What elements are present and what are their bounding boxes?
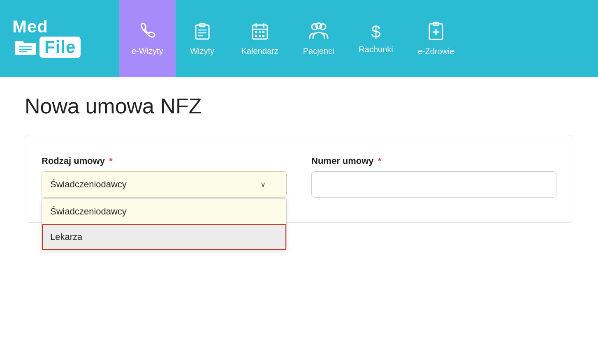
form-row: Rodzaj umowy * Świadczeniodawcy ∨ Świadc… — [42, 156, 556, 198]
nav-bar: e-Wizyty Wizyty — [119, 0, 598, 77]
nav-item-ewizyty[interactable]: e-Wizyty — [119, 0, 176, 77]
nav-item-ezdrowie[interactable]: e-Zdrowie — [406, 0, 467, 77]
numer-required-marker: * — [378, 156, 382, 166]
svg-rect-16 — [262, 31, 264, 33]
dropdown-option-swiadczeniodawcy[interactable]: Świadczeniodawcy — [42, 199, 286, 224]
form-card: Rodzaj umowy * Świadczeniodawcy ∨ Świadc… — [25, 135, 573, 223]
nav-item-wizyty[interactable]: Wizyty — [176, 0, 229, 77]
svg-rect-18 — [259, 35, 261, 37]
logo-file: File — [39, 37, 81, 58]
clipboard-icon — [194, 22, 211, 42]
header: Med File e — [0, 0, 598, 77]
rodzaj-umowy-label: Rodzaj umowy * — [42, 156, 287, 166]
numer-umowy-input[interactable] — [311, 171, 556, 198]
nav-label-ezdrowie: e-Zdrowie — [418, 47, 454, 56]
svg-rect-15 — [259, 31, 261, 33]
rodzaj-select[interactable]: Świadczeniodawcy ∨ — [42, 171, 287, 198]
rodzaj-select-wrapper: Świadczeniodawcy ∨ Świadczeniodawcy Leka… — [42, 171, 287, 198]
nav-item-kalendarz[interactable]: Kalendarz — [229, 0, 291, 77]
svg-rect-19 — [262, 35, 264, 37]
dropdown-option-lekarza[interactable]: Lekarza — [42, 224, 286, 250]
nav-label-rachunki: Rachunki — [359, 45, 393, 54]
dollar-icon: $ — [371, 23, 380, 41]
nav-label-ewizyty: e-Wizyty — [132, 46, 163, 56]
nav-label-kalendarz: Kalendarz — [241, 46, 278, 56]
logo-area: Med File — [0, 0, 119, 77]
numer-umowy-field: Numer umowy * — [311, 156, 556, 198]
chevron-down-icon: ∨ — [260, 180, 266, 189]
svg-rect-14 — [255, 31, 257, 33]
medclip-icon — [428, 21, 444, 43]
nav-item-pacjenci[interactable]: Pacjenci — [291, 0, 347, 77]
numer-umowy-label: Numer umowy * — [311, 156, 556, 166]
calendar-icon — [251, 22, 269, 42]
logo: Med File — [12, 17, 107, 61]
logo-folder-icon — [15, 38, 36, 57]
rodzaj-dropdown: Świadczeniodawcy Lekarza — [42, 198, 287, 250]
rodzaj-umowy-field: Rodzaj umowy * Świadczeniodawcy ∨ Świadc… — [42, 156, 287, 198]
rodzaj-required-marker: * — [109, 156, 113, 166]
nav-label-pacjenci: Pacjenci — [303, 46, 334, 56]
main-content: Nowa umowa NFZ Rodzaj umowy * Świadczeni… — [0, 77, 598, 364]
svg-rect-17 — [255, 35, 257, 37]
logo-med: Med — [12, 17, 48, 36]
nav-label-wizyty: Wizyty — [190, 46, 214, 56]
svg-point-22 — [316, 23, 322, 29]
rodzaj-selected-value: Świadczeniodawcy — [50, 179, 127, 190]
page-title: Nowa umowa NFZ — [25, 94, 573, 118]
phone-icon — [138, 22, 156, 42]
people-icon — [308, 22, 329, 42]
nav-item-rachunki[interactable]: $ Rachunki — [346, 0, 405, 77]
